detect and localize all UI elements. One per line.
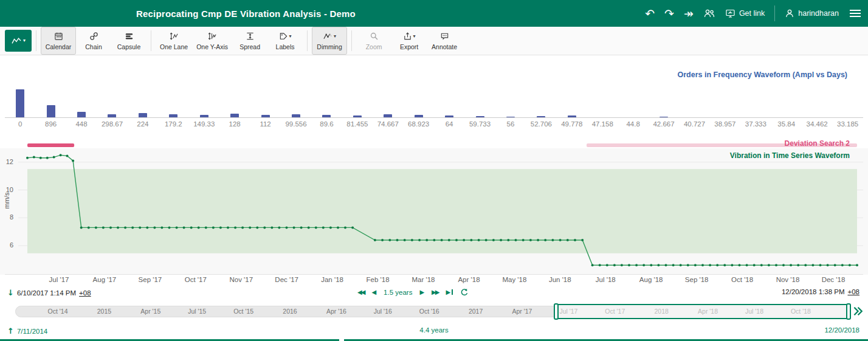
frequency-bar-chart[interactable] [5, 89, 863, 118]
scrubber-handle-right[interactable] [846, 303, 851, 320]
tool-dimming[interactable]: ▾ Dimming [312, 27, 347, 55]
freq-bar-column [250, 89, 280, 117]
step-back-button[interactable]: ◀ [371, 289, 376, 295]
scrubber-handle-left[interactable] [554, 303, 559, 320]
redo-icon[interactable]: ↷ [664, 8, 674, 19]
freq-bar-column [219, 89, 250, 117]
undo-icon[interactable]: ↶ [645, 8, 655, 19]
freq-tick-label: 112 [250, 120, 280, 128]
x-axis-month-label: Oct '18 [721, 276, 763, 283]
scrubber-date-label: Oct '16 [411, 308, 447, 315]
x-axis-month-label: Nov '17 [220, 276, 263, 283]
trend-view-icon [11, 36, 22, 45]
collaborators-icon[interactable] [703, 9, 715, 18]
app-window: Reciprocating Cmp DE Vibration Analysis … [0, 0, 868, 341]
username-label: harindharan [798, 9, 839, 18]
tool-calendar[interactable]: Calendar [41, 27, 76, 55]
x-axis-month-label: Jan '18 [311, 276, 354, 283]
freq-bar-column [618, 89, 648, 117]
freq-bar-column [649, 89, 679, 117]
freq-bar-column [66, 89, 97, 117]
freq-bar [322, 115, 331, 117]
jump-forward-button[interactable]: ▶▶ [432, 289, 438, 295]
view-mode-button[interactable]: ▾ [5, 30, 32, 52]
get-link-button[interactable]: Get link [725, 9, 765, 18]
tag-icon [279, 32, 288, 41]
freq-bar-column [771, 89, 802, 117]
freq-bar [108, 114, 116, 117]
hamburger-menu-icon[interactable] [849, 7, 862, 19]
x-axis-month-label: Dec '17 [266, 276, 308, 283]
spread-icon [246, 32, 255, 41]
freq-bar [261, 115, 270, 117]
scrubber-selection-window[interactable] [556, 304, 848, 319]
chevron-down-icon: ▾ [413, 34, 416, 39]
jump-to-end-button[interactable]: ▶ [446, 289, 453, 295]
freq-tick-label: 59.733 [464, 120, 495, 128]
freq-tick-label: 89.6 [311, 120, 342, 128]
y-axis-tick: 6 [0, 241, 13, 249]
freq-bar-column [495, 89, 526, 117]
tool-capsule[interactable]: Capsule [111, 27, 146, 55]
freq-tick-label: 74.667 [373, 120, 403, 128]
tool-export[interactable]: ▾ Export [391, 27, 427, 55]
tool-one-lane[interactable]: One Lane [156, 27, 192, 55]
freq-bar-column [35, 89, 66, 117]
freq-bar-column [832, 89, 863, 117]
range-end-datetime[interactable]: 12/20/2018 1:38 PM [782, 288, 845, 295]
freq-bar-column [464, 89, 495, 117]
freq-tick-label: 128 [219, 120, 250, 128]
freq-bar [353, 115, 362, 117]
range-start-datetime[interactable]: 6/10/2017 1:14 PM [17, 289, 76, 297]
range-end: 12/20/2018 1:38 PM +08 [782, 288, 859, 295]
refresh-icon[interactable] [460, 288, 469, 297]
user-icon [785, 9, 794, 18]
tool-one-y-axis[interactable]: One Y-Axis [192, 27, 232, 55]
freq-tick-label: 896 [35, 120, 66, 128]
range-start-arrow-icon[interactable]: ↓ [7, 288, 14, 297]
freq-bar-column [373, 89, 403, 117]
freq-bar [139, 113, 147, 117]
y-axis-tick: 8 [0, 213, 13, 221]
top-header: Reciprocating Cmp DE Vibration Analysis … [0, 0, 868, 27]
full-range-end-date[interactable]: 12/20/2018 [824, 326, 859, 334]
expand-range-icon[interactable] [852, 306, 864, 318]
freq-bar-column [434, 89, 464, 117]
scrubber-date-label: 2015 [86, 308, 122, 315]
range-end-timezone[interactable]: +08 [847, 288, 859, 295]
calendar-icon [54, 32, 63, 41]
freq-tick-label: 37.333 [740, 120, 771, 128]
freq-bar-column [403, 89, 433, 117]
range-duration[interactable]: 1.5 years [384, 289, 412, 296]
freq-tick-label: 33.185 [832, 120, 863, 128]
freq-bar [568, 115, 576, 117]
full-range-duration[interactable]: 4.4 years [0, 326, 868, 334]
chain-icon [89, 32, 98, 41]
one-y-axis-icon [207, 32, 217, 41]
freq-tick-label: 52.706 [526, 120, 556, 128]
freq-bar-column [802, 89, 832, 117]
range-start-timezone[interactable]: +08 [79, 289, 91, 297]
tool-spread[interactable]: Spread [232, 27, 267, 55]
tool-chain[interactable]: Chain [76, 27, 111, 55]
freq-bar [660, 117, 668, 117]
forward-all-icon[interactable]: ↠ [684, 8, 694, 19]
freq-bar [16, 89, 24, 117]
x-axis-month-label: Jul '17 [38, 276, 80, 283]
tool-annotate[interactable]: Annotate [427, 27, 462, 55]
freq-bar [476, 116, 484, 117]
freq-bar-column [342, 89, 373, 117]
freq-tick-label: 224 [128, 120, 158, 128]
scrubber-date-label: 2017 [458, 308, 494, 315]
x-axis-month-label: Jun '18 [539, 276, 581, 283]
x-axis-month-label: Oct '17 [174, 276, 217, 283]
step-forward-button[interactable]: ▶ [419, 289, 424, 295]
freq-tick-label: 40.727 [679, 120, 709, 128]
tool-labels[interactable]: ▾ Labels [267, 27, 303, 55]
jump-back-button[interactable]: ◀◀ [357, 289, 364, 295]
freq-bar [77, 112, 86, 117]
user-menu[interactable]: harindharan [785, 9, 839, 18]
condition-label[interactable]: Deviation Search 2 [785, 139, 850, 148]
trend-toolbar: ▾ Calendar Chain Capsule One Lane [0, 27, 868, 55]
signal-label[interactable]: Vibration in Time Series Waveform [730, 151, 850, 160]
